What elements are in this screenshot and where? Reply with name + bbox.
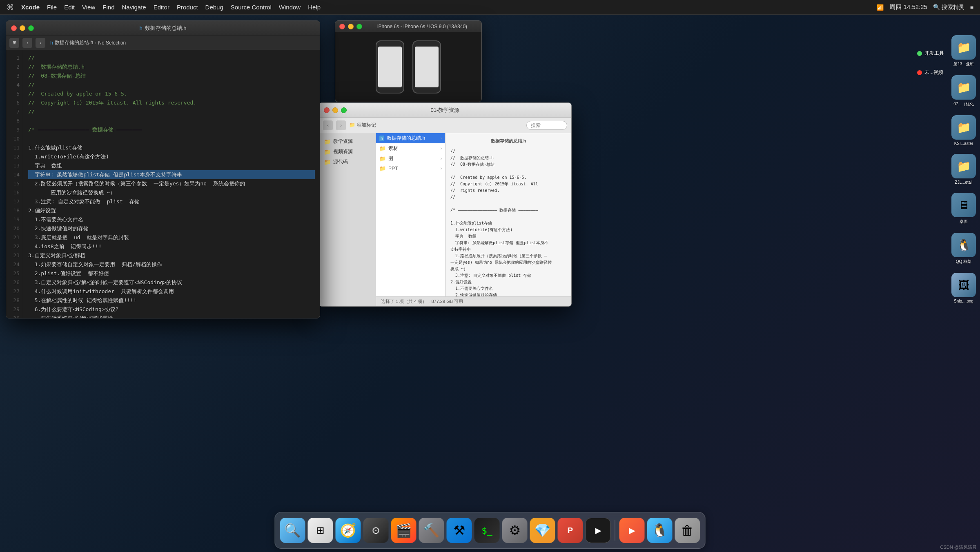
menu-product[interactable]: Product [177, 4, 198, 11]
sidebar-label-teaching: 教学资源 [333, 138, 353, 145]
status-text: 选择了 1 项（共 4 项），877.29 GB 可用 [381, 298, 463, 305]
menu-debug[interactable]: Debug [205, 4, 223, 11]
iterm-dock-icon: ▶ [595, 525, 601, 535]
col-label-ppt: PPT [388, 166, 398, 171]
green-dot [917, 51, 922, 56]
nav-back-btn[interactable]: ‹ [22, 38, 32, 48]
code-content[interactable]: //// 数据存储的总结.h// 08-数据存储-总结//// Created … [23, 50, 320, 318]
dock-terminal[interactable]: $_ [474, 518, 500, 543]
dock-prefs[interactable]: ⚙ [502, 518, 528, 543]
line-number: 17 [6, 197, 20, 206]
dock-iterm[interactable]: ▶ [586, 518, 611, 543]
dock-sketch[interactable]: 💎 [530, 518, 555, 543]
line-number: 1 [6, 53, 20, 62]
menu-help[interactable]: Help [308, 4, 321, 11]
line-number: 9 [6, 125, 20, 134]
menu-source-control[interactable]: Source Control [231, 4, 272, 11]
dock-qq[interactable]: 🐧 [647, 518, 673, 543]
code-line [28, 116, 315, 125]
col-label-images: 图 [388, 155, 393, 162]
desktop: iPhone 6s - iPhone 6s / iOS 9.0 (13A340)… [0, 15, 980, 552]
code-line: 字符串: 虽然能够做plist存储 但是plist本身不支持字符串 [28, 170, 315, 179]
line-number: 18 [6, 206, 20, 215]
dock-launchpad[interactable]: ⊞ [308, 518, 333, 543]
dock-photo[interactable]: 🎬 [391, 518, 416, 543]
line-number: 11 [6, 143, 20, 152]
finder-forward-btn[interactable]: › [336, 120, 346, 130]
finder-max-btn[interactable] [341, 107, 347, 113]
col-item-images[interactable]: 📁 图 › [376, 154, 445, 164]
line-number: 24 [6, 260, 20, 269]
sidebar-label-video: 视频资源 [333, 148, 353, 155]
dock-hammer[interactable]: 🔨 [419, 518, 444, 543]
sim-close-btn[interactable] [339, 24, 345, 29]
dock-xcode[interactable]: ⚒ [447, 518, 472, 543]
prefs-dock-icon: ⚙ [509, 523, 521, 538]
code-line: 2.偏好设置 [28, 206, 315, 215]
phone-screen-1 [378, 47, 402, 87]
finder-body: 📁 教学资源 📁 视频资源 📁 源代码 h 数据存储的 [319, 133, 571, 306]
menu-view[interactable]: View [82, 4, 95, 11]
search-menubar[interactable]: 🔍 搜索精灵 [933, 4, 964, 11]
mouse-dock-icon: ⊙ [372, 525, 380, 536]
desktop-icon-0[interactable]: 📁 第13...业班 [951, 35, 977, 67]
breadcrumb-selection[interactable]: No Selection [98, 40, 126, 46]
sidebar-item-video[interactable]: 📁 视频资源 [319, 147, 376, 157]
close-button[interactable] [11, 25, 17, 31]
desktop-icon-4[interactable]: 🖥 桌面 [951, 193, 977, 225]
notification-icon[interactable]: ≡ [970, 4, 973, 11]
desktop-icon-3[interactable]: 📁 ZJL...etail [951, 154, 977, 185]
finder-back-btn[interactable]: ‹ [323, 120, 333, 130]
menu-file[interactable]: File [47, 4, 57, 11]
minimize-button[interactable] [20, 25, 25, 31]
desktop-icon-label-0: 第13...业班 [953, 61, 973, 67]
xcode-title-text: 数据存储的总结.h [145, 24, 187, 32]
dock-pptools[interactable]: P [558, 518, 583, 543]
preview-content: // // 数据存储的总结.h // 08-数据存储-总结 // Created… [450, 148, 566, 296]
sim-traffic-lights [339, 24, 362, 29]
line-number: 4 [6, 80, 20, 89]
sim-min-btn[interactable] [348, 24, 354, 29]
col-arrow-1: › [441, 136, 442, 140]
folder-img-5: 🐧 [951, 233, 976, 257]
maximize-button[interactable] [28, 25, 34, 31]
code-line: 4.ios8之前 记得同步!!! [28, 242, 315, 251]
line-number: 13 [6, 161, 20, 170]
finder-close-btn[interactable] [324, 107, 330, 113]
desktop-icon-1[interactable]: 📁 07...（优化 [951, 75, 977, 107]
dock-safari[interactable]: 🧭 [336, 518, 361, 543]
finder-columns: h 数据存储的总结.h › 📁 素材 › 📁 图 › [376, 133, 571, 296]
dock-mouse[interactable]: ⊙ [363, 518, 389, 543]
sidebar-item-teaching[interactable]: 📁 教学资源 [319, 136, 376, 147]
desktop-icon-5[interactable]: 🐧 QQ 框架 [951, 233, 977, 265]
apple-menu[interactable]: ⌘ [7, 3, 14, 12]
col-item-materials[interactable]: 📁 素材 › [376, 143, 445, 154]
desktop-icon-2[interactable]: 📁 KSI...aster [951, 115, 977, 146]
breadcrumb-file[interactable]: 数据存储的总结.h [55, 39, 93, 46]
code-line: 3.注意: 自定义对象不能做 plist 存储 [28, 197, 315, 206]
finder-min-btn[interactable] [332, 107, 338, 113]
simulator-titlebar: iPhone 6s - iPhone 6s / iOS 9.0 (13A340) [335, 21, 481, 32]
finder-search-input[interactable] [526, 121, 567, 130]
sidebar-label-source: 源代码 [333, 158, 348, 165]
line-number: 14 [6, 170, 20, 179]
col-item-header-file[interactable]: h 数据存储的总结.h › [376, 133, 445, 143]
nav-forward-btn[interactable]: › [36, 38, 45, 48]
menu-edit[interactable]: Edit [64, 4, 75, 11]
desktop-icon-label-5: QQ 框架 [956, 259, 971, 265]
line-numbers: 1234567891011121314151617181920212223242… [6, 50, 23, 318]
menu-editor[interactable]: Editor [154, 4, 169, 11]
dock-trash[interactable]: 🗑 [675, 518, 700, 543]
menu-find[interactable]: Find [102, 4, 114, 11]
menu-navigate[interactable]: Navigate [122, 4, 146, 11]
dock-qplayer[interactable]: ▶ [619, 518, 645, 543]
desktop-icon-6[interactable]: 🖼 Snip....png [951, 273, 977, 303]
dock: 🔍 ⊞ 🧭 ⊙ 🎬 🔨 ⚒ $_ ⚙ 💎 P [275, 512, 706, 549]
sidebar-item-source[interactable]: 📁 源代码 [319, 157, 376, 167]
menu-window[interactable]: Window [279, 4, 301, 11]
dock-finder[interactable]: 🔍 [280, 518, 305, 543]
menu-xcode[interactable]: Xcode [21, 4, 40, 11]
col-item-ppt[interactable]: 📁 PPT › [376, 164, 445, 173]
sim-max-btn[interactable] [356, 24, 362, 29]
editor-toggle-btn[interactable]: ⊞ [9, 38, 19, 48]
